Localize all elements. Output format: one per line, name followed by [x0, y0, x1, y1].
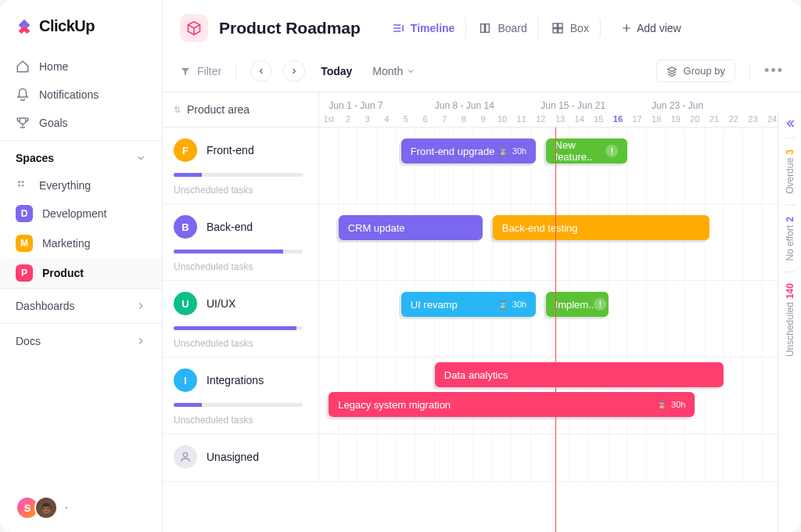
- right-rail: Overdue 3No effort 2Unscheduled 140: [778, 111, 801, 532]
- alert-icon: !: [605, 145, 618, 157]
- nav-goals[interactable]: Goals: [0, 109, 162, 137]
- task-label: Front-end upgrade: [411, 146, 495, 157]
- svg-rect-5: [486, 24, 490, 33]
- bell-icon: [16, 88, 30, 102]
- today-button[interactable]: Today: [321, 65, 352, 77]
- lane-badge: F: [174, 138, 197, 162]
- nav-home-label: Home: [39, 60, 68, 73]
- tab-board[interactable]: Board: [468, 16, 538, 41]
- tab-box[interactable]: Box: [541, 16, 601, 41]
- title-bar: Product Roadmap TimelineBoardBox Add vie…: [163, 0, 801, 53]
- day-cell: 1st: [319, 114, 339, 124]
- hourglass-icon: [498, 146, 508, 156]
- week-label: Jun 23 - Jun: [652, 100, 703, 111]
- range-label: Month: [372, 65, 403, 77]
- day-cell: 19: [666, 114, 686, 124]
- timeline-icon: [392, 22, 404, 34]
- lane-badge: B: [174, 215, 197, 239]
- cube-icon: [180, 14, 208, 42]
- nav-notifications[interactable]: Notifications: [0, 81, 162, 109]
- more-button[interactable]: •••: [764, 63, 784, 79]
- day-cell: 18: [647, 114, 666, 124]
- hourglass-icon: [498, 300, 508, 309]
- lane-badge: I: [174, 368, 197, 392]
- task-bar[interactable]: Data analytics: [435, 362, 724, 387]
- svg-point-3: [22, 185, 24, 187]
- day-cell: 22: [724, 114, 743, 124]
- sidebar-space-development[interactable]: DDevelopment: [0, 199, 162, 228]
- brand-name: ClickUp: [39, 17, 95, 35]
- groupby-button[interactable]: Group by: [656, 59, 735, 82]
- sidebar-dashboards[interactable]: Dashboards: [0, 288, 162, 323]
- box-icon: [551, 22, 564, 34]
- spaces-title: Spaces: [16, 152, 54, 164]
- section-spaces[interactable]: Spaces: [0, 140, 162, 172]
- day-cell: 23: [743, 114, 763, 124]
- avatar-tray[interactable]: S 👨🏾: [0, 483, 162, 532]
- day-cell: 6: [415, 114, 435, 124]
- task-label: UI revamp: [411, 299, 458, 311]
- task-bar[interactable]: Front-end upgrade30h: [401, 138, 536, 164]
- sidebar-space-marketing[interactable]: MMarketing: [0, 228, 162, 258]
- rail-no-effort[interactable]: No effort 2: [785, 205, 796, 272]
- sidebar-everything[interactable]: Everything: [0, 172, 162, 199]
- lane-name: Front-end: [207, 144, 254, 156]
- next-button[interactable]: [283, 60, 305, 82]
- filter-button[interactable]: Filter: [180, 65, 221, 77]
- logo[interactable]: ClickUp: [0, 0, 162, 49]
- page-title: Product Roadmap: [219, 19, 361, 38]
- day-cell: 2: [339, 114, 358, 124]
- day-cell: 10: [493, 114, 512, 124]
- user-icon: [174, 445, 197, 469]
- task-bar[interactable]: Implem..!: [546, 292, 609, 317]
- timeline-header: ⇅ Product area Jun 1 - Jun 7Jun 8 - Jun …: [163, 92, 801, 128]
- filter-label: Filter: [197, 65, 221, 77]
- space-badge: P: [16, 264, 33, 282]
- timeline-lane: Unasigned: [163, 434, 801, 482]
- rail-label: Overdue: [785, 158, 796, 194]
- unscheduled-label: Unscheduled tasks: [174, 185, 307, 196]
- task-bar[interactable]: UI revamp30h: [401, 292, 536, 317]
- rail-count: 2: [785, 217, 796, 222]
- chevron-down-icon: [406, 66, 415, 76]
- add-view-label: Add view: [637, 22, 681, 34]
- dashboards-label: Dashboards: [16, 300, 75, 312]
- task-label: New feature..: [555, 139, 606, 163]
- sidebar-space-product[interactable]: PProduct: [0, 258, 162, 288]
- rail-overdue[interactable]: Overdue 3: [785, 138, 796, 205]
- svg-point-0: [18, 181, 20, 183]
- add-view-button[interactable]: Add view: [612, 16, 691, 41]
- prev-button[interactable]: [250, 60, 272, 82]
- task-label: Back-end testing: [502, 222, 578, 234]
- tab-timeline[interactable]: Timeline: [381, 16, 467, 41]
- task-bar[interactable]: CRM update: [339, 215, 483, 240]
- nav-home[interactable]: Home: [0, 52, 162, 81]
- rail-count: 3: [785, 149, 796, 155]
- rail-unscheduled[interactable]: Unscheduled 140: [785, 271, 796, 368]
- task-bar[interactable]: New feature..!: [546, 138, 628, 164]
- filter-icon: [180, 66, 191, 77]
- collapse-icon[interactable]: [784, 117, 796, 130]
- svg-rect-7: [558, 23, 562, 27]
- grid-icon: [16, 178, 30, 192]
- sort-icon[interactable]: ⇅: [174, 106, 181, 114]
- week-label: Jun 1 - Jun 7: [329, 100, 383, 111]
- day-cell: 20: [685, 114, 705, 124]
- day-cell: 13: [551, 114, 570, 124]
- task-bar[interactable]: Legacy system migration30h: [329, 392, 695, 417]
- day-cell: 17: [627, 114, 647, 124]
- chevron-right-icon: [289, 66, 299, 76]
- divider: [235, 63, 236, 80]
- lane-badge: U: [174, 292, 197, 315]
- sidebar-docs[interactable]: Docs: [0, 323, 162, 358]
- timeline-lane: UUI/UXUnscheduled tasksUI revamp30hImple…: [163, 281, 801, 358]
- chevron-right-icon: [135, 336, 146, 347]
- toolbar: Filter Today Month Group by •••: [163, 53, 801, 92]
- chevron-down-icon: [135, 153, 146, 164]
- tab-label: Timeline: [411, 22, 455, 34]
- svg-rect-4: [481, 24, 485, 33]
- day-cell: 3: [357, 114, 377, 124]
- task-bar[interactable]: Back-end testing: [493, 215, 709, 240]
- range-selector[interactable]: Month: [372, 65, 415, 77]
- progress-bar: [174, 250, 303, 253]
